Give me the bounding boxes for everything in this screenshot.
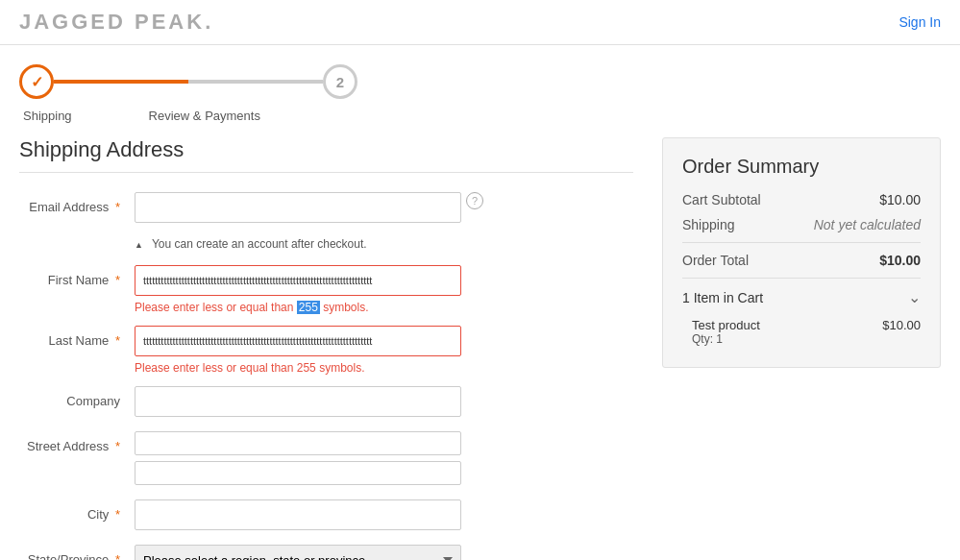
progress-line-filled — [54, 80, 188, 84]
cart-item-qty: Qty: 1 — [692, 332, 760, 346]
cart-subtotal-row: Cart Subtotal $10.00 — [682, 192, 921, 207]
checkmark-icon: ✓ — [31, 73, 43, 91]
city-label: City * — [19, 499, 135, 522]
email-help-icon[interactable]: ? — [466, 192, 483, 209]
step1-label: Shipping — [23, 109, 72, 123]
order-total-row: Order Total $10.00 — [682, 253, 921, 268]
items-in-cart-label: 1 Item in Cart — [682, 290, 763, 305]
step-labels: Shipping Review & Payments — [0, 104, 960, 137]
email-group: Email Address * ? — [19, 192, 633, 223]
summary-divider — [682, 242, 921, 243]
progress-line-empty — [188, 80, 323, 84]
cart-toggle-row[interactable]: 1 Item in Cart ⌄ — [682, 288, 921, 306]
cart-item-details: Test product Qty: 1 — [692, 318, 760, 346]
last-name-label: Last Name * — [19, 326, 135, 348]
state-required: * — [115, 552, 120, 560]
first-name-input[interactable] — [135, 265, 461, 296]
street-required: * — [115, 439, 120, 453]
summary-divider2 — [682, 278, 921, 279]
street-address-label: Street Address * — [19, 431, 135, 453]
first-name-label: First Name * — [19, 265, 135, 287]
shipping-value: Not yet calculated — [814, 217, 921, 232]
email-required: * — [115, 200, 120, 214]
company-group: Company — [19, 386, 633, 417]
first-name-limit-highlight: 255 — [297, 301, 320, 314]
logo: JAGGED PEAK. — [19, 10, 213, 35]
state-group: State/Province * Please select a region,… — [19, 545, 633, 560]
email-label: Email Address * — [19, 192, 135, 214]
hint-arrow-icon — [135, 237, 147, 251]
order-summary-box: Order Summary Cart Subtotal $10.00 Shipp… — [662, 137, 941, 368]
street-address-line2-input[interactable] — [135, 461, 461, 485]
street-address-group: Street Address * — [19, 431, 633, 485]
cart-item-name: Test product — [692, 318, 760, 332]
email-input[interactable] — [135, 192, 461, 223]
order-summary-section: Order Summary Cart Subtotal $10.00 Shipp… — [662, 137, 941, 560]
street-address-line1-input[interactable] — [135, 431, 461, 455]
last-name-input[interactable] — [135, 326, 461, 356]
city-input[interactable] — [135, 499, 461, 530]
city-group: City * — [19, 499, 633, 530]
shipping-label: Shipping — [682, 217, 735, 232]
shipping-address-title: Shipping Address — [19, 137, 633, 173]
cart-subtotal-label: Cart Subtotal — [682, 192, 761, 207]
progress-bar: ✓ 2 — [0, 45, 960, 104]
cart-subtotal-value: $10.00 — [879, 192, 921, 207]
chevron-up-icon: ⌄ — [908, 288, 921, 306]
first-name-required: * — [115, 273, 120, 287]
cart-items-list: Test product Qty: 1 $10.00 — [682, 306, 921, 346]
city-required: * — [115, 507, 120, 522]
step2-number: 2 — [336, 74, 344, 90]
order-summary-title: Order Summary — [682, 156, 921, 178]
state-select[interactable]: Please select a region, state or provinc… — [135, 545, 461, 560]
last-name-error: Please enter less or equal than 255 symb… — [135, 361, 633, 375]
first-name-group: First Name * — [19, 265, 633, 296]
cart-item: Test product Qty: 1 $10.00 — [692, 318, 921, 346]
order-total-label: Order Total — [682, 253, 749, 268]
email-hint-text: You can create an account after checkout… — [152, 237, 367, 251]
cart-item-price: $10.00 — [882, 318, 921, 332]
state-label: State/Province * — [19, 545, 135, 560]
shipping-row: Shipping Not yet calculated — [682, 217, 921, 232]
main-content: Shipping Address Email Address * ? You c… — [0, 137, 960, 560]
shipping-address-section: Shipping Address Email Address * ? You c… — [19, 137, 633, 560]
step2-circle: 2 — [323, 64, 357, 99]
header: JAGGED PEAK. Sign In — [0, 0, 960, 45]
first-name-error: Please enter less or equal than 255 symb… — [135, 301, 633, 314]
step1-circle: ✓ — [19, 64, 54, 99]
sign-in-link[interactable]: Sign In — [898, 14, 941, 30]
company-input[interactable] — [135, 386, 461, 417]
step2-label: Review & Payments — [149, 109, 260, 123]
email-hint: You can create an account after checkout… — [135, 237, 633, 251]
last-name-required: * — [115, 333, 120, 348]
last-name-group: Last Name * — [19, 326, 633, 356]
company-label: Company — [19, 386, 135, 408]
order-total-value: $10.00 — [879, 253, 921, 268]
